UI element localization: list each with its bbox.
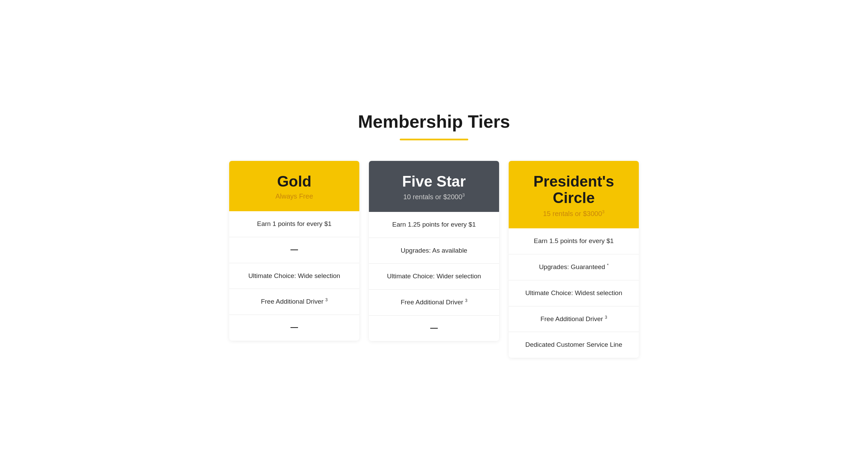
- tier-body-five-star: Earn 1.25 points for every $1Upgrades: A…: [369, 212, 499, 341]
- dash-icon-gold-1: —: [290, 246, 298, 253]
- dash-icon-gold-4: —: [290, 324, 298, 331]
- tier-feature-presidents-circle-3: Free Additional Driver 3: [509, 306, 639, 332]
- tier-feature-five-star-0: Earn 1.25 points for every $1: [369, 212, 499, 238]
- tier-feature-five-star-3: Free Additional Driver 3: [369, 290, 499, 316]
- page-header: Membership Tiers: [217, 111, 651, 140]
- page-title: Membership Tiers: [217, 111, 651, 132]
- tier-card-five-star: Five Star10 rentals or $20003Earn 1.25 p…: [369, 161, 499, 341]
- tier-subtitle-presidents-circle: 15 rentals or $30003: [517, 209, 631, 218]
- tier-card-presidents-circle: President's Circle15 rentals or $30003Ea…: [509, 161, 639, 358]
- tier-card-gold: GoldAlways FreeEarn 1 points for every $…: [229, 161, 359, 341]
- tiers-container: GoldAlways FreeEarn 1 points for every $…: [217, 161, 651, 358]
- tier-name-gold: Gold: [237, 173, 351, 190]
- tier-name-presidents-circle: President's Circle: [517, 173, 631, 206]
- tier-feature-gold-1: —: [229, 237, 359, 263]
- tier-feature-five-star-4: —: [369, 316, 499, 341]
- tier-feature-five-star-1: Upgrades: As available: [369, 238, 499, 264]
- tier-feature-gold-0: Earn 1 points for every $1: [229, 211, 359, 237]
- tier-body-presidents-circle: Earn 1.5 points for every $1Upgrades: Gu…: [509, 228, 639, 358]
- tier-subtitle-gold: Always Free: [237, 192, 351, 200]
- tier-feature-gold-4: —: [229, 315, 359, 341]
- tier-header-gold: GoldAlways Free: [229, 161, 359, 211]
- tier-name-five-star: Five Star: [377, 173, 491, 190]
- tier-feature-five-star-2: Ultimate Choice: Wider selection: [369, 264, 499, 290]
- tier-feature-presidents-circle-4: Dedicated Customer Service Line: [509, 332, 639, 358]
- tier-feature-presidents-circle-2: Ultimate Choice: Widest selection: [509, 280, 639, 306]
- dash-icon-five-star-4: —: [430, 324, 438, 332]
- tier-feature-presidents-circle-1: Upgrades: Guaranteed *: [509, 254, 639, 280]
- tier-feature-gold-3: Free Additional Driver 3: [229, 289, 359, 315]
- page-wrapper: Membership Tiers GoldAlways FreeEarn 1 p…: [217, 111, 651, 358]
- tier-header-five-star: Five Star10 rentals or $20003: [369, 161, 499, 212]
- title-underline: [400, 139, 468, 140]
- tier-feature-gold-2: Ultimate Choice: Wide selection: [229, 263, 359, 289]
- tier-feature-presidents-circle-0: Earn 1.5 points for every $1: [509, 228, 639, 254]
- tier-header-presidents-circle: President's Circle15 rentals or $30003: [509, 161, 639, 228]
- tier-body-gold: Earn 1 points for every $1—Ultimate Choi…: [229, 211, 359, 340]
- tier-subtitle-five-star: 10 rentals or $20003: [377, 192, 491, 201]
